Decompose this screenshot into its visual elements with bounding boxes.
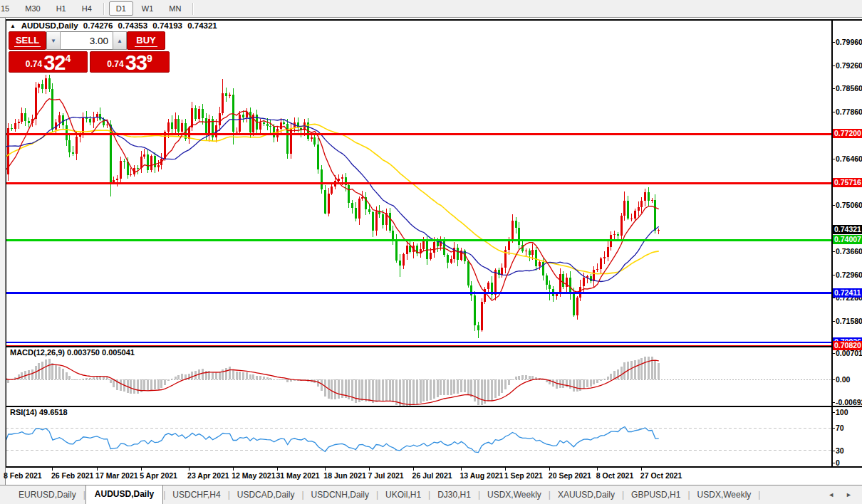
macd-histogram [6, 357, 660, 406]
ma-blue-line [6, 117, 659, 282]
chart-tab-usdchf-h4[interactable]: USDCHF,H4 [165, 486, 227, 504]
price-badge: 0.74007 [833, 235, 862, 244]
buy-price-display[interactable]: 0.74 33 9 [90, 51, 170, 73]
price-tick-mark [832, 251, 835, 252]
buy-price-pipette: 9 [147, 53, 152, 64]
rsi-tick-mark [832, 463, 835, 463]
chart-window: ▲ AUDUSD,Daily 0.74276 0.74353 0.74193 0… [0, 18, 862, 485]
macd-tick-label: 0.007015 [836, 349, 862, 357]
price-badge: 0.74321 [833, 225, 862, 234]
price-tick-mark [832, 65, 835, 66]
price-badge: 0.75716 [833, 178, 862, 187]
macd-indicator-label: MACD(12,26,9) 0.003750 0.005041 [10, 348, 135, 357]
price-tick-mark [832, 159, 835, 159]
price-tick-mark [832, 205, 835, 206]
price-tick-mark [832, 298, 835, 298]
timeframe-button-15[interactable]: 15 [0, 1, 16, 16]
chart-tab-usdcnh-daily[interactable]: USDCNH,Daily [304, 486, 376, 504]
tab-separator: | [758, 486, 760, 504]
toolbar-separator [103, 3, 105, 15]
timeframe-button-m30[interactable]: M30 [18, 1, 47, 16]
ohlc-open: 0.74276 [83, 21, 113, 30]
price-tick-label: 0.79960 [836, 38, 862, 46]
date-label: 26 Feb 2021 [51, 471, 94, 480]
timeframe-button-h4[interactable]: H4 [75, 1, 99, 16]
macd-tick-label: 0.00 [836, 375, 850, 384]
date-label: 1 Sep 2021 [504, 471, 543, 480]
chart-tab-xauusd-daily[interactable]: XAUUSD,Daily [551, 486, 622, 504]
chart-tab-usdx-weekly[interactable]: USDX,Weekly [690, 486, 759, 504]
date-label: 13 Aug 2021 [460, 471, 504, 480]
macd-tick-mark [832, 379, 835, 380]
tab-strip: EURUSD,Daily|AUDUSD,Daily|USDCHF,H4|USDC… [11, 485, 760, 504]
tab-scroll-right-icon[interactable]: ► [846, 491, 858, 498]
chart-tab-ukoil-h1[interactable]: UKOil,H1 [378, 486, 428, 504]
symbol-name: AUDUSD,Daily [21, 21, 78, 30]
rsi-tick-mark [832, 412, 835, 413]
rsi-tick-mark [832, 451, 835, 451]
timeframe-button-h1[interactable]: H1 [49, 1, 73, 16]
chart-canvas[interactable] [6, 19, 862, 484]
date-label: 27 Oct 2021 [640, 471, 682, 480]
rsi-tick-label: 100 [836, 408, 848, 416]
timeframe-toolbar: 15M30H1H4D1W1MN [0, 0, 862, 18]
sell-price-pipette: 4 [65, 53, 71, 64]
trading-terminal: 15M30H1H4D1W1MN ▲ AUDUSD,Daily 0.74276 0… [0, 0, 862, 504]
chevron-down-icon: ▼ [51, 38, 56, 44]
timeframe-button-w1[interactable]: W1 [135, 1, 161, 16]
timeframe-button-mn[interactable]: MN [162, 1, 188, 16]
chart-tab-gbpusd-h1[interactable]: GBPUSD,H1 [624, 486, 687, 504]
volume-decrease-button[interactable]: ▼ [46, 31, 61, 50]
rsi-indicator-label: RSI(14) 49.6518 [10, 408, 68, 416]
date-label: 8 Oct 2021 [596, 471, 634, 480]
date-label: 20 Sep 2021 [549, 471, 591, 480]
chart-tab-dj30-h1[interactable]: DJ30,H1 [430, 486, 478, 504]
price-tick-label: 0.75060 [836, 201, 862, 209]
price-tick-mark [832, 275, 835, 275]
toolbar-separator [192, 3, 194, 15]
chart-tab-audusd-daily[interactable]: AUDUSD,Daily [85, 485, 163, 504]
price-tick-label: 0.76460 [836, 154, 862, 163]
sell-price-display[interactable]: 0.74 32 4 [9, 51, 88, 73]
rsi-tick-label: 70 [836, 424, 844, 432]
price-tick-mark [832, 321, 835, 322]
price-tick-mark [832, 112, 835, 112]
tab-scroll-arrows: ◄► [828, 491, 858, 498]
timeframe-button-d1[interactable]: D1 [109, 1, 133, 16]
buy-button[interactable]: BUY [127, 31, 165, 50]
price-badge: 0.72411 [833, 288, 862, 298]
chart-tab-usdcad-daily[interactable]: USDCAD,Daily [230, 486, 302, 504]
rsi-tick-label: 30 [836, 446, 844, 455]
tab-scroll-left-icon[interactable]: ◄ [828, 491, 840, 498]
volume-increase-button[interactable]: ▲ [113, 31, 127, 50]
macd-tick-mark [832, 353, 835, 354]
date-label: 26 Jul 2021 [412, 471, 452, 480]
date-label: 31 May 2021 [276, 471, 319, 480]
chevron-up-icon: ▲ [117, 38, 123, 44]
date-label: 7 Jul 2021 [368, 471, 403, 480]
date-label: 23 Apr 2021 [187, 471, 229, 480]
volume-input[interactable] [61, 31, 113, 50]
price-tick-label: 0.77860 [836, 107, 862, 116]
collapse-panel-icon[interactable]: ▲ [10, 23, 16, 29]
ohlc-close: 0.74321 [187, 21, 217, 30]
date-label: 17 Mar 2021 [95, 471, 138, 480]
date-label: 8 Feb 2021 [4, 471, 42, 480]
price-badge: 0.77200 [833, 129, 862, 138]
chart-title: ▲ AUDUSD,Daily 0.74276 0.74353 0.74193 0… [10, 21, 220, 30]
sell-button[interactable]: SELL [9, 31, 46, 50]
rsi-tick-label: 0 [836, 458, 840, 467]
chart-tab-eurusd-daily[interactable]: EURUSD,Daily [11, 486, 83, 504]
price-tick-label: 0.73660 [836, 247, 862, 256]
rsi-tick-mark [832, 428, 835, 429]
price-tick-label: 0.79260 [836, 61, 862, 70]
buy-price-pips: 33 [125, 54, 147, 72]
price-tick-label: 0.71580 [836, 317, 862, 325]
date-label: 18 Jun 2021 [323, 471, 366, 480]
sell-price-base: 0.74 [26, 59, 42, 69]
chart-tab-usdx-weekly[interactable]: USDX,Weekly [480, 486, 549, 504]
date-label: 5 Apr 2021 [140, 471, 177, 480]
rsi-line [6, 427, 659, 453]
price-tick-label: 0.72960 [836, 271, 862, 279]
price-axis: 0.799600.792600.785600.778600.764600.750… [832, 18, 862, 485]
